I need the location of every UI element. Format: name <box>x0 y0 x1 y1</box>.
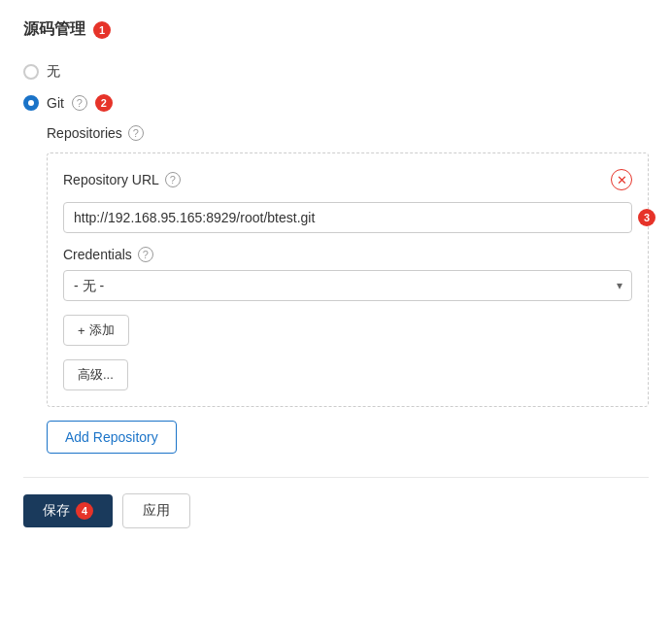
bottom-bar: 保存 4 应用 <box>23 477 649 528</box>
none-radio-circle[interactable] <box>23 64 39 80</box>
credentials-select-wrapper: - 无 - ▾ <box>63 270 632 301</box>
repositories-label: Repositories ? <box>47 125 649 141</box>
add-button-label: 添加 <box>89 322 115 339</box>
add-repository-button[interactable]: Add Repository <box>47 421 177 454</box>
credentials-help-icon[interactable]: ? <box>138 247 153 262</box>
save-button[interactable]: 保存 4 <box>23 494 113 527</box>
credentials-select[interactable]: - 无 - <box>63 270 632 301</box>
git-radio-label: Git <box>47 95 64 111</box>
credentials-label: Credentials ? <box>63 247 632 262</box>
url-input-wrapper: 3 <box>63 202 632 233</box>
git-radio-option[interactable]: Git ? 2 <box>23 94 649 112</box>
repositories-label-text: Repositories <box>47 125 122 141</box>
apply-label: 应用 <box>143 502 170 518</box>
add-button[interactable]: + 添加 <box>63 315 129 346</box>
page-title-badge: 1 <box>93 21 111 39</box>
save-label: 保存 <box>43 502 70 520</box>
repositories-help-icon[interactable]: ? <box>128 125 144 141</box>
git-section: Repositories ? Repository URL ? ✕ 3 Cred… <box>47 125 649 477</box>
repository-url-input[interactable] <box>63 202 632 233</box>
repo-url-label-text: Repository URL <box>63 172 159 187</box>
git-help-icon[interactable]: ? <box>72 95 87 111</box>
git-badge: 2 <box>95 94 113 112</box>
save-badge: 4 <box>76 502 93 520</box>
repository-card: Repository URL ? ✕ 3 Credentials ? - 无 -… <box>47 152 649 407</box>
repo-close-button[interactable]: ✕ <box>611 169 632 190</box>
action-row: + 添加 <box>63 315 632 346</box>
repo-card-header: Repository URL ? ✕ <box>63 169 632 190</box>
page-title: 源码管理 1 <box>23 19 649 40</box>
close-icon: ✕ <box>617 174 627 186</box>
apply-button[interactable]: 应用 <box>122 493 190 528</box>
advanced-button[interactable]: 高级... <box>63 359 128 390</box>
repo-url-label: Repository URL ? <box>63 172 181 187</box>
url-badge: 3 <box>638 209 655 226</box>
git-radio-circle[interactable] <box>23 95 39 111</box>
add-repository-label: Add Repository <box>65 429 158 445</box>
none-radio-label: 无 <box>47 63 60 81</box>
repo-url-help-icon[interactable]: ? <box>165 172 181 187</box>
advanced-button-label: 高级... <box>78 367 114 382</box>
add-icon: + <box>78 323 85 338</box>
credentials-label-text: Credentials <box>63 247 132 262</box>
none-radio-option[interactable]: 无 <box>23 63 649 81</box>
page-title-text: 源码管理 <box>23 19 85 40</box>
